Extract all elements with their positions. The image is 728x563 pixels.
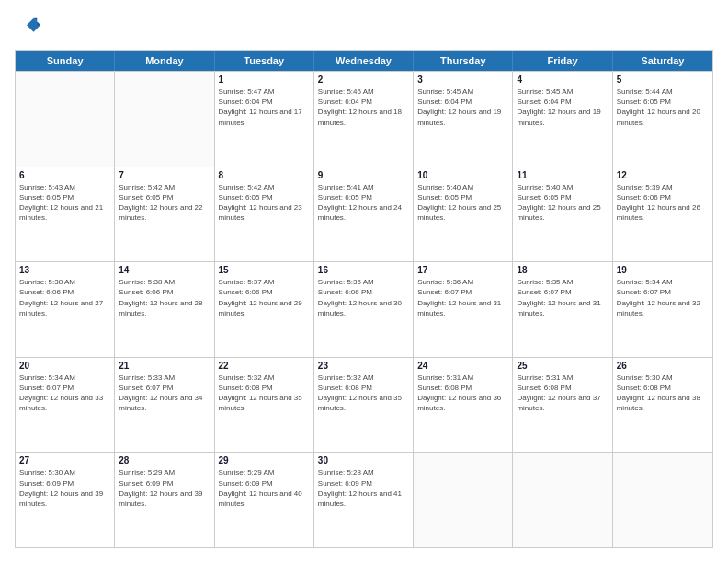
calendar-cell: 8Sunrise: 5:42 AMSunset: 6:05 PMDaylight…	[215, 167, 314, 262]
day-number: 27	[19, 455, 110, 465]
calendar-day-header: Saturday	[613, 51, 712, 71]
day-number: 10	[417, 170, 508, 180]
calendar-week-row: 1Sunrise: 5:47 AMSunset: 6:04 PMDaylight…	[16, 71, 712, 167]
sunrise-text: Sunrise: 5:32 AM	[318, 373, 409, 383]
sunset-text: Sunset: 6:04 PM	[318, 97, 409, 107]
day-number: 25	[517, 361, 608, 371]
calendar-cell: 15Sunrise: 5:37 AMSunset: 6:06 PMDayligh…	[215, 262, 314, 357]
daylight-text: Daylight: 12 hours and 27 minutes.	[19, 298, 110, 318]
daylight-text: Daylight: 12 hours and 39 minutes.	[119, 488, 210, 509]
daylight-text: Daylight: 12 hours and 31 minutes.	[517, 298, 608, 318]
calendar-cell: 5Sunrise: 5:44 AMSunset: 6:05 PMDaylight…	[613, 72, 712, 167]
daylight-text: Daylight: 12 hours and 36 minutes.	[417, 393, 508, 413]
day-number: 11	[517, 170, 608, 180]
sunrise-text: Sunrise: 5:40 AM	[517, 182, 608, 192]
sunset-text: Sunset: 6:06 PM	[19, 287, 110, 297]
calendar-cell: 3Sunrise: 5:45 AMSunset: 6:04 PMDaylight…	[414, 72, 513, 167]
sunset-text: Sunset: 6:09 PM	[19, 478, 110, 488]
sunrise-text: Sunrise: 5:29 AM	[219, 467, 310, 477]
daylight-text: Daylight: 12 hours and 20 minutes.	[617, 107, 709, 127]
sunrise-text: Sunrise: 5:32 AM	[219, 373, 310, 383]
sunrise-text: Sunrise: 5:41 AM	[318, 182, 409, 192]
sunrise-text: Sunrise: 5:38 AM	[119, 277, 210, 287]
calendar-cell	[115, 72, 214, 167]
calendar-cell: 9Sunrise: 5:41 AMSunset: 6:05 PMDaylight…	[314, 167, 414, 262]
calendar-cell: 23Sunrise: 5:32 AMSunset: 6:08 PMDayligh…	[314, 358, 414, 453]
day-number: 22	[219, 361, 310, 371]
calendar-cell: 13Sunrise: 5:38 AMSunset: 6:06 PMDayligh…	[16, 262, 115, 357]
daylight-text: Daylight: 12 hours and 41 minutes.	[318, 488, 409, 509]
day-number: 26	[617, 361, 709, 371]
calendar-cell: 14Sunrise: 5:38 AMSunset: 6:06 PMDayligh…	[115, 262, 214, 357]
calendar-cell: 7Sunrise: 5:42 AMSunset: 6:05 PMDaylight…	[115, 167, 214, 262]
calendar-cell: 27Sunrise: 5:30 AMSunset: 6:09 PMDayligh…	[16, 453, 115, 547]
header	[15, 15, 713, 40]
sunrise-text: Sunrise: 5:36 AM	[318, 277, 409, 287]
day-number: 18	[517, 265, 608, 275]
sunset-text: Sunset: 6:07 PM	[617, 287, 709, 297]
sunrise-text: Sunrise: 5:37 AM	[219, 277, 310, 287]
day-number: 24	[417, 361, 508, 371]
sunset-text: Sunset: 6:04 PM	[517, 97, 608, 107]
sunrise-text: Sunrise: 5:29 AM	[119, 467, 210, 477]
calendar-cell: 10Sunrise: 5:40 AMSunset: 6:05 PMDayligh…	[414, 167, 513, 262]
sunrise-text: Sunrise: 5:44 AM	[617, 86, 709, 97]
calendar-cell: 6Sunrise: 5:43 AMSunset: 6:05 PMDaylight…	[16, 167, 115, 262]
sunset-text: Sunset: 6:05 PM	[417, 192, 508, 202]
sunrise-text: Sunrise: 5:33 AM	[119, 373, 210, 383]
sunset-text: Sunset: 6:05 PM	[617, 97, 709, 107]
calendar-cell: 25Sunrise: 5:31 AMSunset: 6:08 PMDayligh…	[513, 358, 612, 453]
daylight-text: Daylight: 12 hours and 31 minutes.	[417, 298, 508, 318]
sunset-text: Sunset: 6:06 PM	[617, 192, 709, 202]
sunset-text: Sunset: 6:07 PM	[417, 287, 508, 297]
day-number: 23	[318, 361, 409, 371]
daylight-text: Daylight: 12 hours and 26 minutes.	[617, 202, 709, 223]
sunset-text: Sunset: 6:06 PM	[119, 287, 210, 297]
sunrise-text: Sunrise: 5:31 AM	[517, 373, 608, 383]
day-number: 14	[119, 265, 210, 275]
calendar-cell: 29Sunrise: 5:29 AMSunset: 6:09 PMDayligh…	[215, 453, 314, 547]
day-number: 30	[318, 455, 409, 465]
calendar-cell	[414, 453, 513, 547]
sunset-text: Sunset: 6:09 PM	[119, 478, 210, 488]
calendar-day-header: Wednesday	[314, 51, 414, 71]
calendar-day-header: Thursday	[414, 51, 513, 71]
calendar: SundayMondayTuesdayWednesdayThursdayFrid…	[15, 50, 713, 548]
day-number: 20	[19, 361, 110, 371]
day-number: 5	[617, 75, 709, 85]
sunset-text: Sunset: 6:08 PM	[219, 383, 310, 393]
day-number: 6	[19, 170, 110, 180]
sunrise-text: Sunrise: 5:46 AM	[318, 86, 409, 97]
daylight-text: Daylight: 12 hours and 37 minutes.	[517, 393, 608, 413]
day-number: 16	[318, 265, 409, 275]
daylight-text: Daylight: 12 hours and 19 minutes.	[517, 107, 608, 127]
sunrise-text: Sunrise: 5:43 AM	[19, 182, 110, 192]
page: SundayMondayTuesdayWednesdayThursdayFrid…	[0, 0, 728, 563]
daylight-text: Daylight: 12 hours and 17 minutes.	[219, 107, 310, 127]
sunset-text: Sunset: 6:05 PM	[19, 192, 110, 202]
sunrise-text: Sunrise: 5:45 AM	[417, 86, 508, 97]
sunrise-text: Sunrise: 5:28 AM	[318, 467, 409, 477]
logo-icon	[15, 15, 40, 40]
calendar-cell: 24Sunrise: 5:31 AMSunset: 6:08 PMDayligh…	[414, 358, 513, 453]
calendar-cell: 11Sunrise: 5:40 AMSunset: 6:05 PMDayligh…	[513, 167, 612, 262]
day-number: 4	[517, 75, 608, 85]
day-number: 21	[119, 361, 210, 371]
calendar-header: SundayMondayTuesdayWednesdayThursdayFrid…	[16, 51, 712, 71]
sunrise-text: Sunrise: 5:30 AM	[19, 467, 110, 477]
daylight-text: Daylight: 12 hours and 21 minutes.	[19, 202, 110, 223]
day-number: 12	[617, 170, 709, 180]
daylight-text: Daylight: 12 hours and 40 minutes.	[219, 488, 310, 509]
calendar-cell: 21Sunrise: 5:33 AMSunset: 6:07 PMDayligh…	[115, 358, 214, 453]
daylight-text: Daylight: 12 hours and 25 minutes.	[417, 202, 508, 223]
calendar-cell	[16, 72, 115, 167]
calendar-cell: 1Sunrise: 5:47 AMSunset: 6:04 PMDaylight…	[215, 72, 314, 167]
daylight-text: Daylight: 12 hours and 23 minutes.	[219, 202, 310, 223]
calendar-day-header: Friday	[513, 51, 612, 71]
calendar-week-row: 6Sunrise: 5:43 AMSunset: 6:05 PMDaylight…	[16, 167, 712, 262]
calendar-cell: 28Sunrise: 5:29 AMSunset: 6:09 PMDayligh…	[115, 453, 214, 547]
calendar-day-header: Tuesday	[215, 51, 314, 71]
sunrise-text: Sunrise: 5:30 AM	[617, 373, 709, 383]
sunrise-text: Sunrise: 5:45 AM	[517, 86, 608, 97]
sunrise-text: Sunrise: 5:31 AM	[417, 373, 508, 383]
